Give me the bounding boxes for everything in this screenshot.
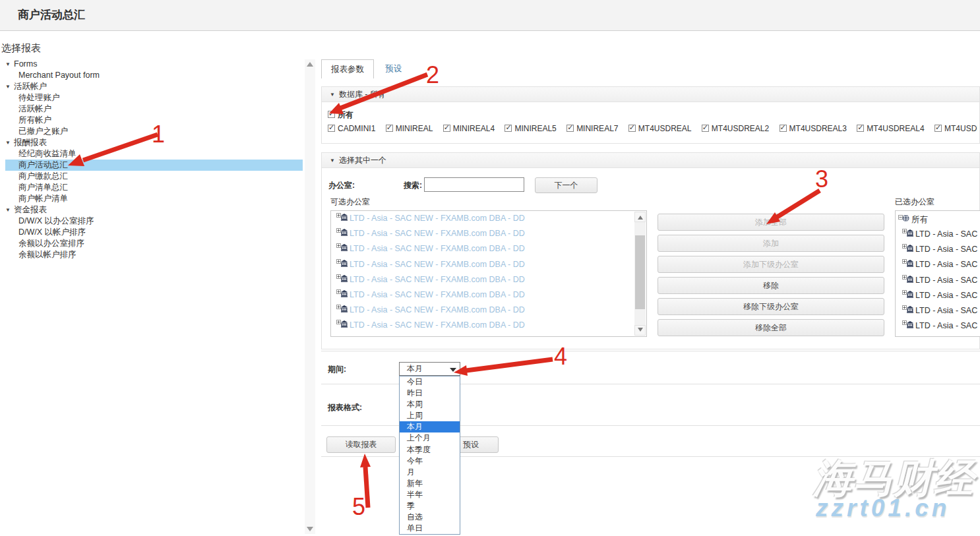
transfer-button[interactable]: 移除全部: [658, 319, 884, 336]
office-section-header[interactable]: ▼选择其中一个: [322, 153, 979, 168]
next-button[interactable]: 下一个: [535, 177, 597, 193]
tree-item[interactable]: 商户缴款总汇: [5, 171, 303, 182]
tree-item[interactable]: ▼活跃帐户: [5, 81, 303, 92]
dropdown-arrow-icon[interactable]: [450, 368, 456, 372]
database-checkbox[interactable]: [702, 125, 709, 132]
tree-expander-icon[interactable]: ▼: [5, 204, 14, 216]
period-option[interactable]: 本季度: [400, 444, 460, 456]
tree-item[interactable]: 余额以办公室排序: [5, 238, 303, 249]
tree-item[interactable]: 所有帐户: [5, 115, 303, 126]
period-option[interactable]: 上周: [400, 410, 460, 421]
office-list-scrollbar[interactable]: [634, 212, 646, 336]
tree-expander-icon[interactable]: ▼: [5, 59, 14, 70]
office-building-icon[interactable]: [336, 289, 348, 297]
selected-office-item[interactable]: LTD - Asia - SAC NEW - FXAMB.com DBA - D…: [896, 227, 980, 242]
database-checkbox[interactable]: [934, 125, 942, 132]
office-list-item[interactable]: LTD - Asia - SAC NEW - FXAMB.com DBA - D…: [331, 318, 646, 333]
database-checkbox[interactable]: [780, 125, 787, 132]
tree-item[interactable]: Merchant Payout form: [5, 70, 303, 81]
tree-item[interactable]: 待处理账户: [5, 92, 303, 104]
sidebar-scrollbar[interactable]: [305, 59, 315, 534]
office-list-item[interactable]: LTD - Asia - SAC NEW - FXAMB.com DBA - D…: [331, 241, 646, 256]
transfer-button[interactable]: 添加下级办公室: [658, 256, 884, 273]
period-option[interactable]: 昨日: [400, 388, 460, 399]
tab[interactable]: 报表参数: [321, 59, 374, 78]
office-list-item[interactable]: LTD - Asia - SAC NEW - FXAMB.com DBA - D…: [331, 303, 646, 318]
period-option[interactable]: 今年: [400, 456, 460, 467]
tree-item[interactable]: ▼资金报表: [5, 204, 303, 216]
database-checkbox[interactable]: [443, 125, 450, 132]
office-building-icon[interactable]: [336, 213, 348, 221]
database-checkbox[interactable]: [857, 125, 864, 132]
tree-item[interactable]: 商户活动总汇: [5, 160, 303, 171]
database-checkbox[interactable]: [567, 125, 574, 132]
period-option[interactable]: 月: [400, 467, 460, 478]
database-checkbox[interactable]: [328, 125, 335, 132]
tree-item[interactable]: ▼Forms: [5, 59, 303, 70]
transfer-button[interactable]: 添加全部: [658, 214, 884, 231]
office-search-input[interactable]: [424, 177, 524, 192]
tab[interactable]: 预设: [376, 59, 411, 78]
all-databases-checkbox[interactable]: [328, 111, 335, 118]
period-option[interactable]: 本周: [400, 399, 460, 410]
office-building-icon[interactable]: [902, 305, 913, 313]
period-option[interactable]: 本月: [400, 421, 460, 432]
office-building-icon[interactable]: [336, 305, 348, 313]
transfer-button[interactable]: 添加: [658, 235, 884, 252]
period-option[interactable]: 自选: [400, 512, 460, 523]
database-checkbox[interactable]: [505, 125, 512, 132]
scroll-down-icon[interactable]: [307, 527, 313, 531]
office-building-icon[interactable]: [902, 259, 913, 267]
selected-office-item[interactable]: LTD - Asia - SAC NEW - FXAMB.com DBA - D…: [896, 318, 980, 334]
tree-expander-icon[interactable]: ▼: [5, 137, 14, 148]
tree-item[interactable]: 商户清单总汇: [5, 182, 303, 193]
selected-office-item[interactable]: LTD - Asia - SAC NEW - FXAMB.com DBA - D…: [896, 288, 980, 303]
office-building-icon[interactable]: [336, 320, 348, 328]
database-checkbox[interactable]: [628, 125, 636, 132]
office-building-icon[interactable]: [902, 244, 913, 252]
period-option[interactable]: 半年: [400, 489, 460, 500]
period-select[interactable]: 本月: [399, 362, 460, 376]
scroll-up-icon[interactable]: [307, 62, 313, 67]
tree-item[interactable]: 余额以帐户排序: [5, 249, 303, 260]
tree-item[interactable]: 商户帐户清单: [5, 193, 303, 204]
tree-item[interactable]: D/W/X 以办公室排序: [5, 216, 303, 227]
selected-all-row[interactable]: 所有: [896, 213, 980, 227]
office-building-icon[interactable]: [336, 243, 348, 251]
transfer-button[interactable]: 移除: [658, 277, 884, 294]
office-building-icon[interactable]: [336, 228, 348, 236]
office-building-icon[interactable]: [902, 320, 913, 328]
tree-item[interactable]: ▼报酬报表: [5, 137, 303, 148]
selected-office-item[interactable]: LTD - Asia - SAC NEW - FXAMB.com DBA - D…: [896, 303, 980, 318]
office-building-icon[interactable]: [902, 290, 913, 298]
tree-item[interactable]: D/W/X 以帐户排序: [5, 227, 303, 238]
office-building-icon[interactable]: [902, 229, 913, 237]
selected-office-item[interactable]: LTD - Asia - SAC NEW - FXAMB.com DBA - D…: [896, 273, 980, 288]
office-list-item[interactable]: LTD - Asia - SAC NEW - FXAMB.com DBA - D…: [331, 211, 646, 226]
selected-office-item[interactable]: LTD - Asia - SAC NEW - FXAMB.com DBA - D…: [896, 242, 980, 257]
office-list-item[interactable]: LTD - Asia - SAC NEW - FXAMB.com DBA - D…: [331, 287, 646, 303]
office-building-icon[interactable]: [902, 275, 913, 283]
office-building-icon[interactable]: [336, 274, 348, 282]
scrollbar-thumb[interactable]: [635, 235, 645, 309]
tree-expander-icon[interactable]: ▼: [5, 81, 14, 92]
database-checkbox[interactable]: [386, 125, 393, 132]
period-option[interactable]: 新年: [400, 478, 460, 489]
office-list-item[interactable]: LTD - Asia - SAC NEW - FXAMB.com DBA - D…: [331, 257, 646, 272]
load-report-button[interactable]: 读取报表: [326, 436, 396, 453]
tree-item[interactable]: 活跃帐户: [5, 104, 303, 115]
tree-item[interactable]: 经纪商收益清单: [5, 148, 303, 160]
period-option[interactable]: 上个月: [400, 432, 460, 444]
period-option[interactable]: 季: [400, 500, 460, 512]
globe-icon[interactable]: [898, 214, 909, 222]
office-list-item[interactable]: LTD - Asia - SAC NEW - FXAMB.com DBA - D…: [331, 226, 646, 241]
period-option[interactable]: 单日: [400, 523, 460, 534]
scroll-down-icon[interactable]: [634, 325, 646, 336]
office-list-item[interactable]: LTD - Asia - SAC NEW - FXAMB.com DBA - D…: [331, 272, 646, 287]
office-building-icon[interactable]: [336, 259, 348, 267]
tree-item[interactable]: 已撤户之账户: [5, 126, 303, 137]
database-section-header[interactable]: ▼数据库 - 所有: [322, 87, 979, 102]
transfer-button[interactable]: 移除下级办公室: [658, 298, 884, 315]
period-option[interactable]: 今日: [400, 376, 460, 388]
scroll-up-icon[interactable]: [634, 212, 646, 222]
